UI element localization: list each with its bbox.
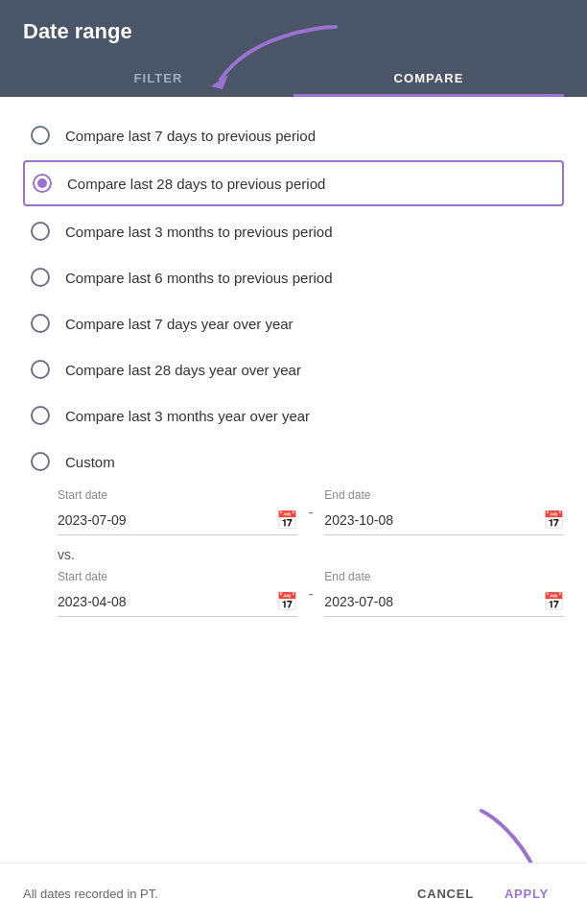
start-date-group: Start date 2023-07-09 📅: [58, 488, 297, 535]
date-inputs-top: Start date 2023-07-09 📅 - End date 2023-…: [58, 488, 564, 535]
radio-7: [31, 406, 50, 425]
option-5-label: Compare last 7 days year over year: [65, 316, 294, 332]
radio-8: [31, 452, 50, 471]
radio-4: [31, 268, 50, 287]
option-4-label: Compare last 6 months to previous period: [65, 270, 332, 286]
option-2[interactable]: Compare last 28 days to previous period: [23, 160, 564, 206]
custom-section: Start date 2023-07-09 📅 - End date 2023-…: [23, 488, 564, 617]
start-date-calendar-icon[interactable]: 📅: [276, 509, 297, 531]
option-3[interactable]: Compare last 3 months to previous period: [23, 208, 564, 254]
vs-start-calendar-icon[interactable]: 📅: [276, 591, 297, 612]
date-row-1: Start date 2023-07-09 📅 - End date 2023-…: [58, 488, 564, 535]
start-date-label: Start date: [58, 488, 297, 502]
option-6[interactable]: Compare last 28 days year over year: [23, 346, 564, 392]
radio-2: [33, 174, 52, 193]
end-date-value: 2023-10-08: [324, 512, 543, 528]
header: Date range FILTER COMPARE: [0, 0, 587, 97]
tabs-container: FILTER COMPARE: [23, 59, 564, 97]
start-date-field[interactable]: 2023-07-09 📅: [58, 506, 297, 535]
option-6-label: Compare last 28 days year over year: [65, 362, 301, 378]
option-1[interactable]: Compare last 7 days to previous period: [23, 112, 564, 158]
date-separator: -: [309, 505, 314, 520]
radio-2-inner: [37, 178, 47, 188]
cancel-button[interactable]: CANCEL: [402, 879, 489, 909]
footer-note: All dates recorded in PT.: [23, 887, 402, 901]
option-1-label: Compare last 7 days to previous period: [65, 128, 316, 144]
end-date-label: End date: [324, 488, 564, 502]
vs-label: vs.: [58, 547, 564, 562]
apply-button[interactable]: APPLY: [489, 879, 564, 909]
option-8-label: Custom: [65, 454, 115, 470]
date-row-2: Start date 2023-04-08 📅 - End date 2023-…: [58, 570, 564, 617]
vs-end-date-group: End date 2023-07-08 📅: [324, 570, 564, 617]
option-5[interactable]: Compare last 7 days year over year: [23, 300, 564, 346]
page-title: Date range: [23, 19, 564, 44]
tab-filter[interactable]: FILTER: [23, 59, 294, 97]
start-date-value: 2023-07-09: [58, 512, 276, 528]
radio-6: [31, 360, 50, 379]
vs-start-date-label: Start date: [58, 570, 297, 583]
end-date-calendar-icon[interactable]: 📅: [543, 509, 564, 531]
tab-compare[interactable]: COMPARE: [294, 59, 564, 97]
vs-start-date-value: 2023-04-08: [58, 594, 276, 609]
radio-5: [31, 314, 50, 333]
vs-start-date-field[interactable]: 2023-04-08 📅: [58, 587, 297, 617]
vs-date-separator: -: [309, 586, 314, 602]
option-7[interactable]: Compare last 3 months year over year: [23, 392, 564, 438]
vs-end-date-field[interactable]: 2023-07-08 📅: [324, 587, 564, 617]
vs-end-date-label: End date: [324, 570, 564, 583]
option-3-label: Compare last 3 months to previous period: [65, 224, 332, 240]
date-inputs-bottom: Start date 2023-04-08 📅 - End date 2023-…: [58, 570, 564, 617]
option-2-label: Compare last 28 days to previous period: [67, 176, 325, 192]
option-8[interactable]: Custom: [23, 438, 564, 485]
end-date-group: End date 2023-10-08 📅: [324, 488, 564, 535]
end-date-field[interactable]: 2023-10-08 📅: [324, 506, 564, 535]
option-4[interactable]: Compare last 6 months to previous period: [23, 254, 564, 300]
footer: All dates recorded in PT. CANCEL APPLY: [0, 863, 587, 924]
radio-3: [31, 222, 50, 241]
radio-1: [31, 126, 50, 145]
option-7-label: Compare last 3 months year over year: [65, 408, 310, 424]
vs-end-date-value: 2023-07-08: [324, 594, 543, 609]
content-area: Compare last 7 days to previous period C…: [0, 97, 587, 644]
vs-start-date-group: Start date 2023-04-08 📅: [58, 570, 297, 617]
vs-end-calendar-icon[interactable]: 📅: [543, 591, 564, 612]
